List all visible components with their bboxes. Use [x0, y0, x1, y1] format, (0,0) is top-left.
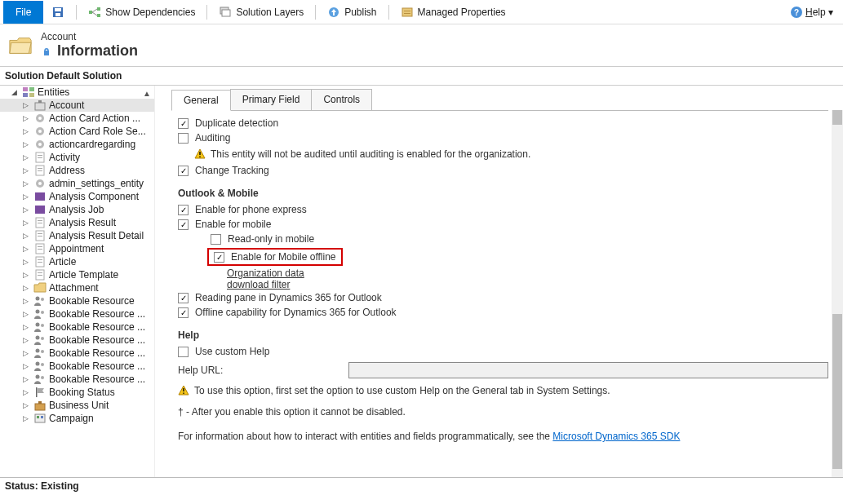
entity-icon — [33, 269, 47, 281]
tree-item[interactable]: ▷Analysis Result — [0, 216, 154, 229]
svg-rect-7 — [222, 10, 230, 16]
tree-item-label: Bookable Resource ... — [49, 374, 145, 385]
enable-mobile-row: Enable for mobile — [178, 217, 828, 232]
expand-icon[interactable]: ▷ — [23, 114, 31, 122]
save-icon — [51, 6, 64, 19]
svg-point-57 — [41, 324, 44, 327]
change-tracking-checkbox[interactable] — [178, 166, 189, 176]
help-menu[interactable]: ? Help ▾ — [790, 6, 840, 19]
expand-icon[interactable]: ▷ — [23, 179, 31, 188]
scroll-thumb[interactable] — [832, 314, 842, 469]
reading-pane-checkbox[interactable] — [178, 293, 189, 303]
scroll-up-arrow[interactable]: ▲ — [143, 89, 151, 98]
tree-item[interactable]: ▷Campaign — [0, 412, 154, 425]
collapse-icon[interactable]: ◢ — [11, 88, 20, 96]
expand-icon[interactable]: ▷ — [23, 297, 31, 305]
tree-item[interactable]: ▷admin_settings_entity — [0, 177, 154, 190]
tree-item[interactable]: ▷Attachment — [0, 281, 154, 294]
vertical-scrollbar[interactable] — [832, 110, 843, 477]
expand-icon[interactable]: ▷ — [23, 349, 31, 357]
sdk-info-text: For information about how to interact wi… — [178, 431, 552, 442]
readonly-mobile-checkbox[interactable] — [211, 234, 221, 245]
help-url-input[interactable] — [348, 362, 828, 378]
expand-icon[interactable]: ▷ — [23, 245, 31, 253]
solution-layers-label: Solution Layers — [236, 7, 304, 18]
expand-icon[interactable]: ▷ — [23, 375, 31, 383]
download-filter-link[interactable]: download filter — [227, 279, 828, 290]
tree-item[interactable]: ▷Bookable Resource ... — [0, 347, 154, 360]
tree-item[interactable]: ▷Analysis Result Detail — [0, 229, 154, 242]
tree-item[interactable]: ▷Bookable Resource ... — [0, 373, 154, 386]
svg-rect-67 — [35, 404, 45, 410]
show-dependencies-button[interactable]: Show Dependencies — [80, 6, 203, 19]
offline-outlook-checkbox[interactable] — [178, 307, 189, 318]
help-url-label: Help URL: — [178, 365, 223, 376]
expand-icon[interactable]: ▷ — [23, 127, 31, 135]
entity-icon — [33, 308, 47, 320]
tree-item[interactable]: ▷Action Card Role Se... — [0, 125, 154, 138]
tree-item[interactable]: ▷actioncardregarding — [0, 138, 154, 151]
tab-controls[interactable]: Controls — [311, 89, 372, 110]
save-button[interactable] — [43, 6, 73, 19]
file-menu[interactable]: File — [3, 1, 43, 24]
tree-root-entities[interactable]: ◢ Entities — [0, 86, 154, 99]
tree-item-label: Analysis Component — [49, 191, 139, 202]
custom-help-checkbox[interactable] — [178, 347, 189, 357]
expand-icon[interactable]: ▷ — [23, 258, 31, 266]
publish-button[interactable]: Publish — [319, 6, 384, 19]
tree-item[interactable]: ▷Bookable Resource ... — [0, 360, 154, 373]
expand-icon[interactable]: ▷ — [23, 362, 31, 370]
tree-item[interactable]: ▷Action Card Action ... — [0, 112, 154, 125]
tree-item[interactable]: ▷Bookable Resource ... — [0, 307, 154, 321]
status-bar: Status: Existing — [0, 477, 843, 494]
svg-rect-72 — [199, 152, 200, 155]
sdk-link[interactable]: Microsoft Dynamics 365 SDK — [552, 431, 680, 442]
expand-icon[interactable]: ▷ — [23, 166, 31, 175]
tree-item[interactable]: ▷Appointment — [0, 242, 154, 255]
tree-item[interactable]: ▷Article — [0, 255, 154, 268]
tree-item-label: Action Card Action ... — [49, 113, 140, 124]
expand-icon[interactable]: ▷ — [23, 414, 31, 422]
expand-icon[interactable]: ▷ — [23, 192, 31, 201]
expand-icon[interactable]: ▷ — [23, 153, 31, 161]
solution-layers-button[interactable]: Solution Layers — [211, 6, 312, 19]
tree-item[interactable]: ▷Analysis Component — [0, 190, 154, 203]
expand-icon[interactable]: ▷ — [23, 219, 31, 227]
tree-item[interactable]: ▷Address — [0, 164, 154, 177]
expand-icon[interactable]: ▷ — [23, 232, 31, 240]
expand-icon[interactable]: ▷ — [23, 310, 31, 318]
expand-icon[interactable]: ▷ — [23, 388, 31, 396]
expand-icon[interactable]: ▷ — [23, 284, 31, 292]
tab-general[interactable]: General — [171, 90, 231, 111]
tree-item[interactable]: ▷Bookable Resource ... — [0, 321, 154, 334]
tree-item[interactable]: ▷Article Template — [0, 268, 154, 281]
expand-icon[interactable]: ▷ — [23, 401, 31, 409]
org-data-link[interactable]: Organization data — [227, 267, 828, 279]
tree-item[interactable]: ▷Activity — [0, 151, 154, 164]
dup-detection-checkbox[interactable] — [178, 118, 189, 129]
tab-primary-field[interactable]: Primary Field — [230, 89, 313, 110]
expand-icon[interactable]: ▷ — [23, 140, 31, 148]
separator — [206, 5, 207, 20]
tree-item[interactable]: ▷Booking Status — [0, 386, 154, 399]
tree-item[interactable]: ▷Analysis Job — [0, 203, 154, 216]
expand-icon[interactable]: ▷ — [23, 336, 31, 344]
scroll-arrow-up[interactable] — [832, 110, 842, 125]
tree-item[interactable]: ▷Account — [0, 99, 154, 112]
auditing-checkbox[interactable] — [178, 133, 189, 144]
tree-item[interactable]: ▷Business Unit — [0, 399, 154, 412]
tree-item[interactable]: ▷Bookable Resource ... — [0, 334, 154, 347]
tree-item-label: Campaign — [49, 413, 94, 424]
managed-properties-button[interactable]: Managed Properties — [393, 6, 514, 19]
tree-item[interactable]: ▷Bookable Resource — [0, 294, 154, 307]
enable-mobile-checkbox[interactable] — [178, 219, 189, 230]
mobile-offline-checkbox[interactable] — [214, 252, 224, 263]
auditing-row: Auditing — [178, 130, 828, 145]
expand-icon[interactable]: ▷ — [23, 271, 31, 279]
phone-express-checkbox[interactable] — [178, 205, 189, 215]
expand-icon[interactable]: ▷ — [23, 101, 31, 109]
svg-rect-44 — [38, 246, 42, 247]
svg-rect-74 — [183, 388, 184, 391]
expand-icon[interactable]: ▷ — [23, 323, 31, 331]
expand-icon[interactable]: ▷ — [23, 206, 31, 214]
